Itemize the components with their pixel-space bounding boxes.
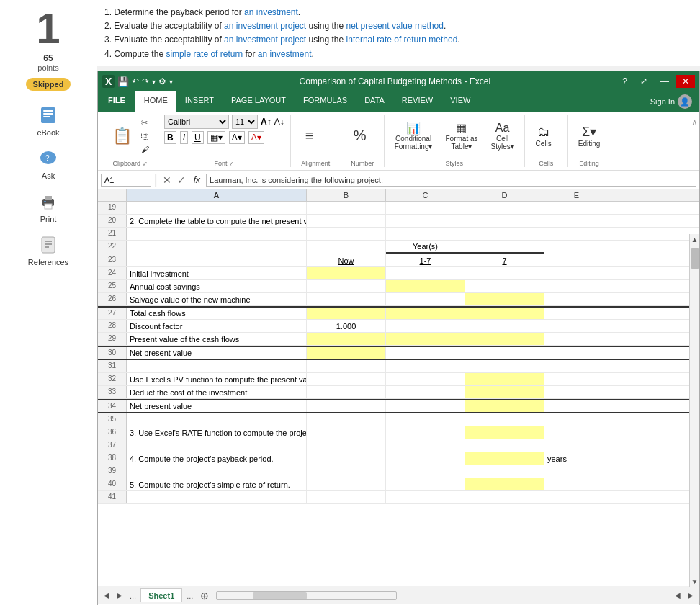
expand-ribbon-button[interactable]: ∧ xyxy=(691,117,698,127)
scroll-left-button[interactable]: ◀ xyxy=(672,590,683,601)
cell-a23[interactable] xyxy=(127,254,307,266)
customize-icon[interactable]: ⚙ xyxy=(158,76,166,86)
cell-a24[interactable]: Initial investment xyxy=(127,267,307,279)
cell-e29[interactable] xyxy=(544,333,609,345)
conditional-formatting-button[interactable]: 📊 Conditional Formatting▾ xyxy=(390,119,437,153)
cell-a36[interactable]: 3. Use Excel's RATE function to compute … xyxy=(127,426,307,439)
cell-a30[interactable]: Net present value xyxy=(127,347,307,359)
cell-c25[interactable] xyxy=(386,280,465,292)
bold-button[interactable]: B xyxy=(164,131,176,144)
cell-d37[interactable] xyxy=(465,439,544,452)
italic-button[interactable]: I xyxy=(180,131,188,144)
add-sheet-button[interactable]: ⊕ xyxy=(197,590,212,601)
cell-c30[interactable] xyxy=(386,347,465,359)
cell-b32[interactable] xyxy=(307,373,386,385)
cell-e23[interactable] xyxy=(544,254,609,266)
format-as-table-button[interactable]: ▦ Format as Table▾ xyxy=(441,119,482,153)
cell-b39[interactable] xyxy=(307,465,386,478)
cell-d23[interactable]: 7 xyxy=(465,254,544,266)
sheet-ellipsis-left[interactable]: ... xyxy=(127,590,139,601)
font-shrink-button[interactable]: A↓ xyxy=(274,117,284,127)
cell-e33[interactable] xyxy=(544,386,609,398)
cell-a34[interactable]: Net present value xyxy=(127,400,307,412)
help-button[interactable]: ? xyxy=(616,75,633,88)
save-icon[interactable]: 💾 xyxy=(117,76,129,87)
cell-c39[interactable] xyxy=(386,465,465,478)
cell-e34[interactable] xyxy=(544,400,609,412)
tab-file[interactable]: FILE xyxy=(98,91,135,112)
cell-b20[interactable] xyxy=(307,215,386,227)
cell-a40[interactable]: 5. Compute the project's simple rate of … xyxy=(127,478,307,490)
cell-e26[interactable] xyxy=(544,293,609,305)
cell-d41[interactable] xyxy=(465,491,544,503)
redo-icon[interactable]: ↷ xyxy=(142,76,149,86)
restore-button[interactable]: ⤢ xyxy=(634,75,653,88)
cell-e21[interactable] xyxy=(544,228,609,240)
cell-a25[interactable]: Annual cost savings xyxy=(127,280,307,292)
cell-e22[interactable] xyxy=(544,241,609,254)
cell-a26[interactable]: Salvage value of the new machine xyxy=(127,293,307,305)
sheet-prev-button[interactable]: ◀ xyxy=(101,590,112,601)
sidebar-item-ask[interactable]: ? Ask xyxy=(37,147,60,180)
tab-data[interactable]: DATA xyxy=(356,91,393,112)
cell-e39[interactable] xyxy=(544,465,609,478)
quick-access-more[interactable]: ▾ xyxy=(152,78,156,86)
font-size-select[interactable]: 11 xyxy=(232,115,258,129)
cell-a20[interactable]: 2. Complete the table to compute the net… xyxy=(127,215,307,227)
vertical-scrollbar[interactable]: ▲ ▼ xyxy=(689,234,699,587)
col-header-c[interactable]: C xyxy=(386,189,465,201)
number-format-button[interactable]: % xyxy=(347,125,373,146)
cell-a31[interactable] xyxy=(127,360,307,372)
cell-b38[interactable] xyxy=(307,452,386,465)
scroll-right-button[interactable]: ▶ xyxy=(685,590,696,601)
cell-b31[interactable] xyxy=(307,360,386,372)
alignment-button[interactable]: ≡ xyxy=(297,125,323,146)
cell-b41[interactable] xyxy=(307,491,386,503)
cell-a22[interactable] xyxy=(127,241,307,254)
cell-c26[interactable] xyxy=(386,293,465,305)
tab-page-layout[interactable]: PAGE LAYOUT xyxy=(223,91,295,112)
paste-button[interactable]: 📋 xyxy=(108,125,136,148)
cell-e41[interactable] xyxy=(544,491,609,503)
col-header-d[interactable]: D xyxy=(465,189,544,201)
cell-b37[interactable] xyxy=(307,439,386,452)
cell-c37[interactable] xyxy=(386,439,465,452)
cell-a27[interactable]: Total cash flows xyxy=(127,308,307,319)
cell-b28[interactable]: 1.000 xyxy=(307,320,386,332)
cell-d28[interactable] xyxy=(465,320,544,332)
sidebar-item-references[interactable]: References xyxy=(28,233,68,266)
col-header-e[interactable]: E xyxy=(544,189,609,201)
cell-a37[interactable] xyxy=(127,439,307,452)
cell-e40[interactable] xyxy=(544,478,609,490)
cell-d21[interactable] xyxy=(465,228,544,240)
cell-d34[interactable] xyxy=(465,400,544,412)
font-grow-button[interactable]: A↑ xyxy=(261,117,272,127)
cell-reference-input[interactable] xyxy=(101,174,151,187)
horizontal-scrollbar[interactable] xyxy=(216,591,668,601)
underline-button[interactable]: U xyxy=(192,131,204,144)
cell-e30[interactable] xyxy=(544,347,609,359)
cell-d36[interactable] xyxy=(465,426,544,439)
cell-a19[interactable] xyxy=(127,202,307,214)
cell-e37[interactable] xyxy=(544,439,609,452)
col-header-a[interactable]: A xyxy=(127,189,307,201)
cell-b23[interactable]: Now xyxy=(307,254,386,266)
cancel-formula-button[interactable]: ✕ xyxy=(161,174,174,186)
cell-d29[interactable] xyxy=(465,333,544,345)
cell-d30[interactable] xyxy=(465,347,544,359)
cell-e19[interactable] xyxy=(544,202,609,214)
cell-d39[interactable] xyxy=(465,465,544,478)
cell-d38[interactable] xyxy=(465,452,544,465)
cell-d40[interactable] xyxy=(465,478,544,490)
cell-d25[interactable] xyxy=(465,280,544,292)
cell-b26[interactable] xyxy=(307,293,386,305)
cell-b36[interactable] xyxy=(307,426,386,439)
cell-c40[interactable] xyxy=(386,478,465,490)
sign-in[interactable]: Sign In 👤 xyxy=(643,91,699,112)
font-color-button[interactable]: A▾ xyxy=(248,131,264,144)
cell-d22[interactable] xyxy=(465,241,544,254)
sheet-ellipsis-right[interactable]: ... xyxy=(184,590,196,601)
cell-b25[interactable] xyxy=(307,280,386,292)
close-button[interactable]: ✕ xyxy=(676,75,695,88)
cell-d32[interactable] xyxy=(465,373,544,385)
